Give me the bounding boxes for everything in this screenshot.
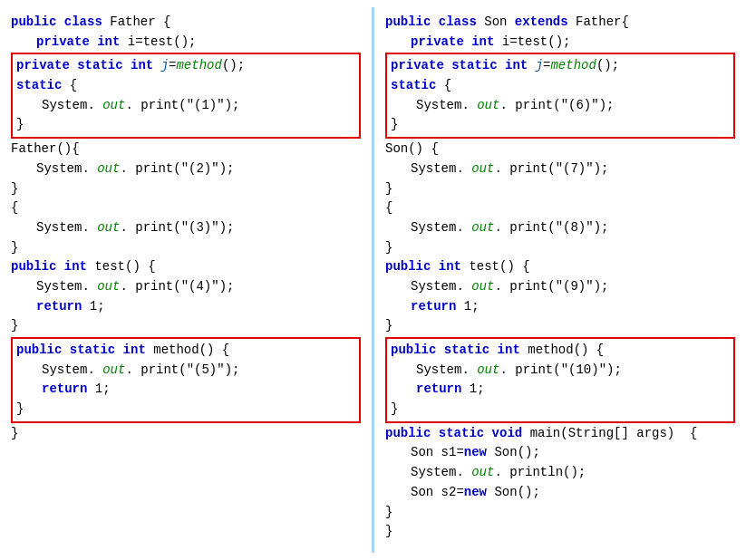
right-line-test-method: public int test() { — [385, 257, 735, 277]
panel-divider — [372, 7, 374, 553]
line-private-i: private int i=test(); — [11, 33, 361, 53]
right-line-print-9: System. out. print("(9)"); — [385, 277, 735, 297]
right-line-s2: Son s2=new Son(); — [385, 483, 735, 503]
line-return-2: return 1; — [16, 380, 355, 400]
line-father-close: } — [11, 179, 361, 199]
line-private-static-j: private static int j=method(); — [16, 56, 355, 76]
line-father-constructor: Father(){ — [11, 140, 361, 159]
right-line-print-7: System. out. print("(7)"); — [385, 159, 735, 179]
right-line-test-close: } — [385, 316, 735, 336]
right-line-method-close: } — [391, 400, 730, 420]
right-line-static-close: } — [391, 115, 730, 135]
right-line-print-6: System. out. print("(6)"); — [391, 96, 730, 116]
line-return-1: return 1; — [11, 297, 361, 317]
right-line-block-close: } — [385, 238, 735, 258]
right-line-print-8: System. out. print("(8)"); — [385, 218, 735, 238]
right-line-private-i: private int i=test(); — [385, 33, 735, 53]
right-line-main-decl: public static void main(String[] args) { — [385, 424, 735, 444]
line-print-3: System. out. print("(3)"); — [11, 218, 361, 238]
right-line-return-1: return 1; — [385, 297, 735, 317]
right-red-box-1: private static int j=method(); static { … — [385, 53, 735, 139]
line-method-decl: public static int method() { — [16, 341, 355, 361]
right-red-box-2: public static int method() { System. out… — [385, 337, 735, 423]
left-red-box-1: private static int j=method(); static { … — [11, 53, 361, 139]
right-line-println: System. out. println(); — [385, 463, 735, 483]
right-line-main-close: } — [385, 503, 735, 523]
line-block-close: } — [11, 238, 361, 258]
line-static-open: static { — [16, 76, 355, 96]
left-red-box-2: public static int method() { System. out… — [11, 337, 361, 423]
line-block-open: { — [11, 198, 361, 218]
right-line-s1: Son s1=new Son(); — [385, 443, 735, 463]
line-print-2: System. out. print("(2)"); — [11, 159, 361, 179]
line-static-close: } — [16, 115, 355, 135]
right-line-son-constructor: Son() { — [385, 140, 735, 159]
right-line-return-2: return 1; — [391, 380, 730, 400]
left-title: public class Father { — [11, 13, 361, 33]
right-panel: public class Son extends Father{ private… — [378, 7, 742, 553]
right-line-class-close: } — [385, 522, 735, 542]
right-line-static-open: static { — [391, 76, 730, 96]
left-panel: public class Father { private int i=test… — [4, 7, 368, 553]
right-title: public class Son extends Father{ — [385, 13, 735, 33]
right-line-son-close: } — [385, 179, 735, 199]
line-print-1: System. out. print("(1)"); — [16, 96, 355, 116]
right-line-private-static-j: private static int j=method(); — [391, 56, 730, 76]
right-line-block-open: { — [385, 198, 735, 218]
line-print-4: System. out. print("(4)"); — [11, 277, 361, 297]
line-method-close: } — [16, 400, 355, 420]
line-test-method: public int test() { — [11, 257, 361, 277]
line-print-5: System. out. print("(5)"); — [16, 361, 355, 381]
right-line-print-10: System. out. print("(10)"); — [391, 361, 730, 381]
right-line-method-decl: public static int method() { — [391, 341, 730, 361]
line-test-close: } — [11, 316, 361, 336]
line-class-close: } — [11, 424, 361, 444]
